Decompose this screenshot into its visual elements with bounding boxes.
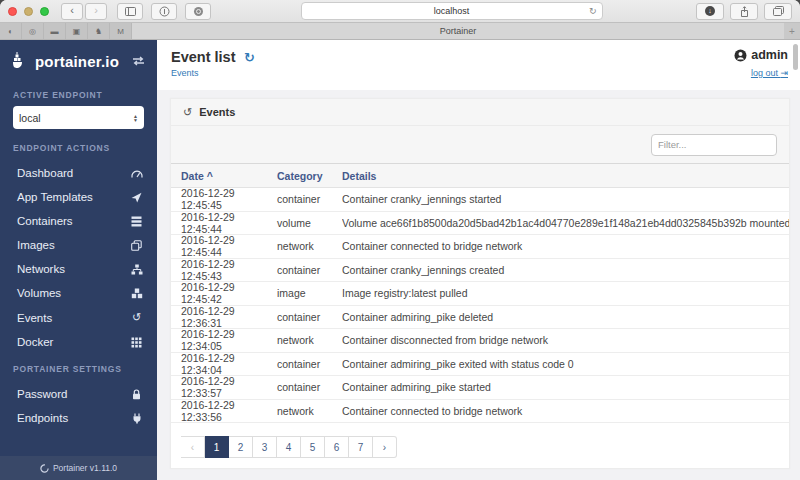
widget-header: ↺ Events bbox=[171, 99, 789, 126]
close-window-button[interactable] bbox=[8, 7, 17, 16]
event-details: Container cranky_jennings started bbox=[342, 193, 789, 205]
sidebar-item-volumes[interactable]: Volumes bbox=[0, 281, 157, 305]
dashboard-icon bbox=[130, 168, 143, 179]
filter-input[interactable] bbox=[651, 134, 777, 156]
pinned-tab-favicon[interactable]: M bbox=[110, 23, 132, 39]
sidebar-item-networks[interactable]: Networks bbox=[0, 257, 157, 281]
page-button[interactable]: 7 bbox=[349, 436, 373, 458]
sidebar-item-label: Networks bbox=[17, 263, 130, 275]
portainer-logo-icon bbox=[40, 464, 49, 473]
downloads-button[interactable]: ↓ bbox=[696, 3, 724, 20]
column-header-date[interactable]: Date^ bbox=[171, 170, 277, 182]
event-details: Container admiring_pike deleted bbox=[342, 311, 789, 323]
pinned-tab-favicon[interactable]: ▣ bbox=[66, 23, 88, 39]
table-row: 2016-12-29 12:45:44 network Container co… bbox=[171, 235, 789, 259]
event-details: Container connected to bridge network bbox=[342, 240, 789, 252]
table-row: 2016-12-29 12:34:04 container Container … bbox=[171, 353, 789, 377]
sidebar-item-label: Events bbox=[17, 312, 130, 324]
endpoint-select[interactable]: local ▲▼ bbox=[13, 106, 144, 129]
address-bar[interactable]: localhost ↻ bbox=[301, 2, 603, 20]
event-details: Image registry:latest pulled bbox=[342, 287, 789, 299]
sidebar-item-endpoints[interactable]: Endpoints bbox=[0, 406, 157, 430]
sidebar-item-label: Images bbox=[17, 239, 130, 251]
zoom-window-button[interactable] bbox=[40, 7, 49, 16]
event-details: Volume ace66f1b8500da20d5bad42b1ac4d0477… bbox=[342, 217, 789, 229]
user-menu[interactable]: admin bbox=[734, 48, 788, 62]
event-date: 2016-12-29 12:45:45 bbox=[171, 187, 277, 211]
grid-icon bbox=[130, 337, 143, 348]
sign-out-icon: ⇥ bbox=[780, 68, 788, 78]
cubes-icon bbox=[130, 288, 143, 299]
content-area: ↺ Events Date^ Category Details 2 bbox=[157, 90, 800, 480]
sidebar-item-label: Dashboard bbox=[17, 167, 130, 179]
pinned-tab-favicon[interactable]: ◎ bbox=[22, 23, 44, 39]
reading-list-icon[interactable] bbox=[151, 3, 177, 20]
table-row: 2016-12-29 12:34:05 network Container di… bbox=[171, 329, 789, 353]
endpoint-actions-label: ENDPOINT ACTIONS bbox=[0, 133, 157, 157]
sidebar-item-dashboard[interactable]: Dashboard bbox=[0, 161, 157, 185]
event-category: network bbox=[277, 405, 342, 417]
refresh-icon[interactable]: ↻ bbox=[244, 50, 255, 65]
sidebar-item-password[interactable]: Password bbox=[0, 382, 157, 406]
pinned-tab-favicon[interactable]: ♞ bbox=[88, 23, 110, 39]
page-button[interactable]: ‹ bbox=[181, 436, 205, 458]
reload-icon[interactable]: ↻ bbox=[589, 6, 597, 16]
clone-icon bbox=[130, 240, 143, 251]
event-date: 2016-12-29 12:36:31 bbox=[171, 305, 277, 329]
show-tabs-button[interactable] bbox=[764, 3, 792, 20]
event-category: volume bbox=[277, 217, 342, 229]
page-button[interactable]: 1 bbox=[205, 436, 229, 458]
sidebar-item-label: Endpoints bbox=[17, 412, 130, 424]
sidebar-menu: Dashboard App Templates Containers Image… bbox=[0, 161, 157, 354]
breadcrumb[interactable]: Events bbox=[171, 68, 255, 78]
page-button[interactable]: 3 bbox=[253, 436, 277, 458]
history-icon: ↺ bbox=[183, 106, 192, 119]
tab-title: Portainer bbox=[440, 26, 477, 36]
page-button[interactable]: 5 bbox=[301, 436, 325, 458]
event-details: Container connected to bridge network bbox=[342, 405, 789, 417]
logout-label: log out bbox=[751, 68, 778, 78]
pinned-tab-favicon[interactable]: ◐ bbox=[0, 23, 22, 39]
event-category: network bbox=[277, 334, 342, 346]
endpoint-switch-icon[interactable] bbox=[132, 56, 145, 66]
events-widget: ↺ Events Date^ Category Details 2 bbox=[170, 98, 790, 469]
pinned-tab-favicon[interactable]: ▬ bbox=[44, 23, 66, 39]
sidebar-item-docker[interactable]: Docker bbox=[0, 330, 157, 354]
page-header: Event list ↻ Events admin log out ⇥ bbox=[157, 40, 800, 90]
tab-portainer[interactable]: Portainer bbox=[132, 23, 784, 39]
page-button[interactable]: › bbox=[373, 436, 397, 458]
page-button[interactable]: 2 bbox=[229, 436, 253, 458]
event-details: Container admiring_pike started bbox=[342, 381, 789, 393]
share-button[interactable] bbox=[730, 3, 758, 20]
pagination: ‹1234567› bbox=[181, 436, 397, 458]
sidebar-toggle-icon[interactable] bbox=[117, 3, 143, 20]
sidebar-item-app-templates[interactable]: App Templates bbox=[0, 185, 157, 209]
forward-button[interactable]: › bbox=[85, 3, 107, 20]
logout-link[interactable]: log out ⇥ bbox=[751, 68, 788, 78]
endpoint-select-value: local bbox=[19, 112, 133, 124]
event-category: container bbox=[277, 381, 342, 393]
back-button[interactable]: ‹ bbox=[61, 3, 83, 20]
event-category: container bbox=[277, 193, 342, 205]
sidebar-logo[interactable]: portainer.io bbox=[0, 40, 157, 80]
page-button[interactable]: 6 bbox=[325, 436, 349, 458]
new-tab-button[interactable]: + bbox=[784, 23, 800, 39]
main-content: Event list ↻ Events admin log out ⇥ ↺ bbox=[157, 40, 800, 480]
sidebar-item-images[interactable]: Images bbox=[0, 233, 157, 257]
event-details: Container cranky_jennings created bbox=[342, 264, 789, 276]
select-stepper-icon: ▲▼ bbox=[133, 114, 138, 122]
server-icon bbox=[130, 216, 143, 227]
extension-icon[interactable] bbox=[185, 3, 211, 20]
column-header-details[interactable]: Details bbox=[342, 170, 789, 182]
event-date: 2016-12-29 12:33:56 bbox=[171, 399, 277, 423]
page-button[interactable]: 4 bbox=[277, 436, 301, 458]
column-header-category[interactable]: Category bbox=[277, 170, 342, 182]
table-row: 2016-12-29 12:36:31 container Container … bbox=[171, 306, 789, 330]
minimize-window-button[interactable] bbox=[24, 7, 33, 16]
scrollbar-thumb[interactable] bbox=[793, 44, 798, 70]
sidebar-item-label: App Templates bbox=[17, 191, 130, 203]
sidebar-item-label: Password bbox=[17, 388, 130, 400]
lock-icon bbox=[130, 389, 143, 400]
sidebar-item-containers[interactable]: Containers bbox=[0, 209, 157, 233]
sidebar-item-events[interactable]: Events ↺ bbox=[0, 305, 157, 330]
